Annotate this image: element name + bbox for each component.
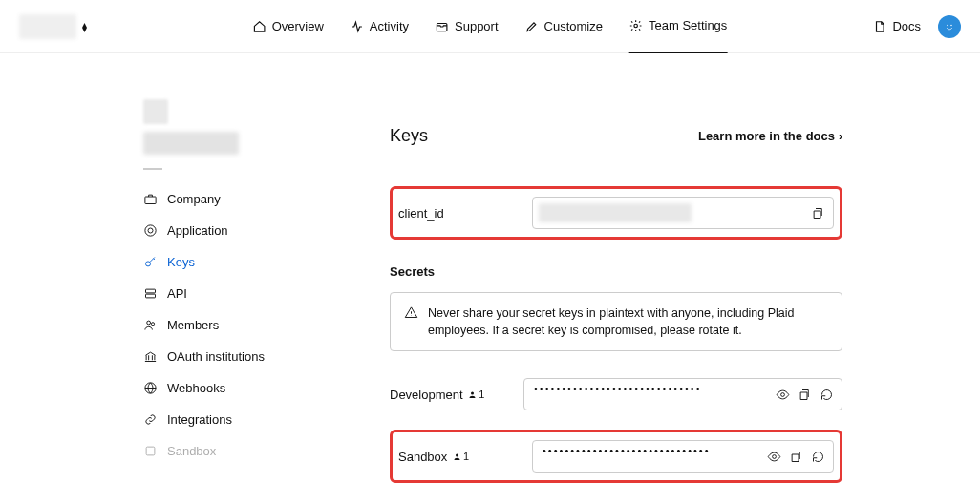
sandbox-highlight: Sandbox 1 •••••••••••••••••••••••••••••• [390,430,842,483]
nav-overview[interactable]: Overview [253,0,324,53]
team-logo-placeholder [143,99,168,124]
development-label: Development 1 [390,388,523,402]
nav-label: Support [455,19,499,33]
client-id-field[interactable] [532,197,834,229]
svg-point-10 [147,321,151,325]
sidebar-item-label: Application [167,223,228,238]
sandbox-label-text: Sandbox [398,450,447,464]
sidebar-item-company[interactable]: Company [143,183,325,215]
svg-point-1 [634,24,638,28]
learn-more-link[interactable]: Learn more in the docs › [698,129,842,143]
sandbox-count: 1 [453,451,469,462]
key-icon [143,255,158,269]
brand-logo [19,14,76,39]
brand-dropdown-caret[interactable]: ▴▾ [82,22,87,32]
svg-point-16 [456,453,458,456]
page-title: Keys [390,126,428,146]
eye-icon[interactable] [776,388,790,402]
chevron-right-icon: › [839,130,842,143]
secrets-heading: Secrets [390,264,842,279]
svg-point-6 [148,228,153,233]
nav-activity[interactable]: Activity [351,0,409,53]
nav-team-settings[interactable]: Team Settings [629,0,727,53]
institution-icon [143,349,158,364]
client-id-highlight: client_id [390,186,842,240]
activity-icon [351,20,364,33]
secrets-warning: Never share your secret keys in plaintex… [390,292,842,351]
pencil-icon [525,20,539,33]
members-icon [143,318,158,332]
gear-icon [629,19,643,32]
smiley-icon [944,21,955,32]
main-panel: Keys Learn more in the docs › client_id … [363,99,869,483]
svg-rect-9 [146,294,156,298]
learn-more-label: Learn more in the docs [698,129,835,143]
development-secret-row: Development 1 ••••••••••••••••••••••••••… [390,378,842,410]
home-icon [253,20,266,33]
inbox-icon [436,20,449,33]
nav-label: Customize [544,19,603,33]
sidebar-item-application[interactable]: Application [143,215,325,246]
sidebar-item-members[interactable]: Members [143,309,325,341]
svg-point-3 [950,24,952,26]
user-avatar[interactable] [938,15,961,38]
nav-label: Overview [272,19,324,33]
sidebar-item-label: Keys [167,255,195,269]
sidebar-item-integrations[interactable]: Integrations [143,404,325,435]
rotate-icon[interactable] [811,450,825,464]
sidebar-item-label: Members [167,318,219,332]
nav-label: Team Settings [649,18,727,32]
sandbox-secret-field[interactable]: •••••••••••••••••••••••••••••• [532,440,834,472]
development-secret-field[interactable]: •••••••••••••••••••••••••••••• [523,378,842,410]
briefcase-icon [143,192,158,206]
sidebar-item-label: API [167,286,187,301]
sidebar-item-label: Company [167,192,221,206]
document-icon [873,20,886,33]
svg-rect-13 [146,447,155,455]
top-navigation: ▴▾ Overview Activity Support Customize T… [0,0,980,53]
development-count-value: 1 [479,388,484,400]
nav-tabs: Overview Activity Support Customize Team… [253,0,728,53]
sidebar-item-label: Integrations [167,412,232,427]
nav-support[interactable]: Support [436,0,499,53]
sidebar-item-webhooks[interactable]: Webhooks [143,372,325,404]
warning-text: Never share your secret keys in plaintex… [428,304,828,339]
nav-customize[interactable]: Customize [525,0,603,53]
nav-label: Activity [370,19,409,33]
sidebar-item-sandbox[interactable]: Sandbox [143,435,325,467]
person-icon [453,452,461,461]
sidebar-item-label: Sandbox [167,444,216,458]
sandbox-icon [143,444,158,458]
svg-rect-0 [437,23,448,31]
svg-rect-8 [146,289,156,293]
svg-point-5 [145,225,156,236]
svg-rect-4 [145,197,156,204]
development-count: 1 [468,388,484,400]
sandbox-secret-row: Sandbox 1 •••••••••••••••••••••••••••••• [398,440,834,472]
svg-point-14 [471,391,474,394]
eye-icon[interactable] [767,450,781,464]
client-id-row: client_id [398,197,834,229]
development-label-text: Development [390,388,463,402]
docs-link[interactable]: Docs [873,19,921,33]
copy-icon[interactable] [811,206,825,220]
svg-point-15 [781,392,785,396]
person-icon [468,390,477,399]
nav-right: Docs [873,15,961,38]
sidebar-item-label: OAuth institutions [167,349,265,364]
sidebar-item-api[interactable]: API [143,278,325,309]
copy-icon[interactable] [789,450,803,464]
sandbox-count-value: 1 [463,451,469,462]
client-id-label: client_id [398,206,532,220]
sidebar-item-keys[interactable]: Keys [143,246,325,278]
team-name-placeholder [143,132,239,155]
sidebar-item-label: Webhooks [167,381,225,395]
server-icon [143,286,158,301]
sidebar-item-oauth[interactable]: OAuth institutions [143,341,325,372]
sidebar-divider [143,168,162,170]
rotate-icon[interactable] [820,388,834,402]
globe-icon [143,381,158,395]
svg-point-2 [947,24,948,26]
sandbox-label: Sandbox 1 [398,450,532,464]
copy-icon[interactable] [798,388,812,402]
